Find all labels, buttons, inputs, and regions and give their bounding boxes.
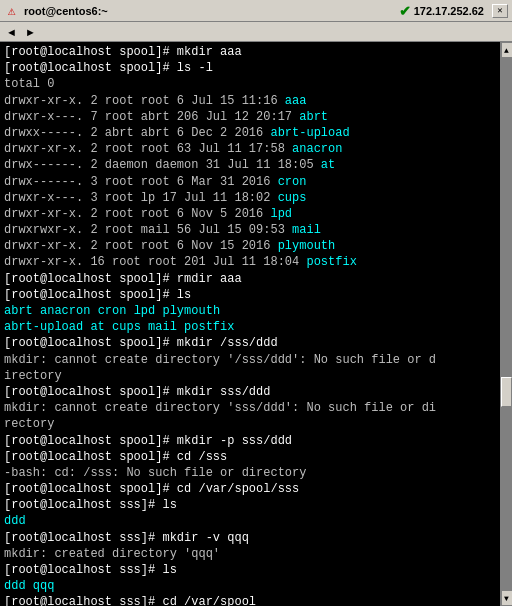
terminal-line: ddd [4, 513, 495, 529]
terminal-line: [root@localhost spool]# mkdir sss/ddd [4, 384, 495, 400]
terminal-line: drwxr-xr-x. 2 root root 63 Jul 11 17:58 … [4, 141, 495, 157]
terminal-line: mkdir: created directory 'qqq' [4, 546, 495, 562]
scroll-track [501, 58, 512, 590]
terminal-line: -bash: cd: /sss: No such file or directo… [4, 465, 495, 481]
terminal-line: irectory [4, 368, 495, 384]
terminal-line: drwx------. 3 root root 6 Mar 31 2016 cr… [4, 174, 495, 190]
terminal-line: [root@localhost spool]# ls -l [4, 60, 495, 76]
terminal-line: drwxr-xr-x. 16 root root 201 Jul 11 18:0… [4, 254, 495, 270]
terminal-line: [root@localhost sss]# mkdir -v qqq [4, 530, 495, 546]
terminal-line: drwxr-xr-x. 2 root root 6 Nov 5 2016 lpd [4, 206, 495, 222]
scroll-down-button[interactable]: ▼ [501, 590, 513, 606]
terminal-line: drwxr-xr-x. 2 root root 6 Nov 15 2016 pl… [4, 238, 495, 254]
terminal-line: [root@localhost spool]# mkdir /sss/ddd [4, 335, 495, 351]
warning-icon: ⚠ [4, 3, 20, 19]
terminal-line: [root@localhost spool]# mkdir aaa [4, 44, 495, 60]
terminal-line: [root@localhost spool]# mkdir -p sss/ddd [4, 433, 495, 449]
terminal-line: drwx------. 2 daemon daemon 31 Jul 11 18… [4, 157, 495, 173]
window-title: root@centos6:~ [24, 5, 391, 17]
terminal-line: drwxrwxr-x. 2 root mail 56 Jul 15 09:53 … [4, 222, 495, 238]
terminal-line: ddd qqq [4, 578, 495, 594]
terminal-line: rectory [4, 416, 495, 432]
terminal-line: abrt anacron cron lpd plymouth [4, 303, 495, 319]
terminal-line: drwxx-----. 2 abrt abrt 6 Dec 2 2016 abr… [4, 125, 495, 141]
terminal-line: [root@localhost sss]# cd /var/spool [4, 594, 495, 606]
terminal-line: [root@localhost sss]# ls [4, 562, 495, 578]
terminal-line: drwxr-xr-x. 2 root root 6 Jul 15 11:16 a… [4, 93, 495, 109]
terminal-output[interactable]: [root@localhost spool]# mkdir aaa[root@l… [0, 42, 499, 606]
terminal-line: mkdir: cannot create directory '/sss/ddd… [4, 352, 495, 368]
terminal-line: [root@localhost sss]# ls [4, 497, 495, 513]
terminal-line: drwxr-x---. 3 root lp 17 Jul 11 18:02 cu… [4, 190, 495, 206]
forward-button[interactable]: ► [23, 26, 38, 38]
terminal-line: drwxr-x---. 7 root abrt 206 Jul 12 20:17… [4, 109, 495, 125]
terminal-line: mkdir: cannot create directory 'sss/ddd'… [4, 400, 495, 416]
close-button[interactable]: ✕ [492, 4, 508, 18]
title-bar: ⚠ root@centos6:~ ✔ 172.17.252.62 ✕ [0, 0, 512, 22]
scrollbar[interactable]: ▲ ▼ [500, 42, 512, 606]
terminal-line: [root@localhost spool]# rmdir aaa [4, 271, 495, 287]
terminal-line: [root@localhost spool]# cd /var/spool/ss… [4, 481, 495, 497]
scroll-up-button[interactable]: ▲ [501, 42, 513, 58]
terminal-line: [root@localhost spool]# cd /sss [4, 449, 495, 465]
scroll-thumb[interactable] [501, 377, 512, 407]
nav-bar: ◄ ► [0, 22, 512, 42]
terminal-window: ⚠ root@centos6:~ ✔ 172.17.252.62 ✕ ◄ ► [… [0, 0, 512, 606]
back-button[interactable]: ◄ [4, 26, 19, 38]
check-icon: ✔ [399, 3, 411, 19]
ip-badge: ✔ 172.17.252.62 [395, 2, 488, 20]
terminal-line: [root@localhost spool]# ls [4, 287, 495, 303]
ip-address: 172.17.252.62 [414, 5, 484, 17]
terminal-line: abrt-upload at cups mail postfix [4, 319, 495, 335]
terminal-line: total 0 [4, 76, 495, 92]
